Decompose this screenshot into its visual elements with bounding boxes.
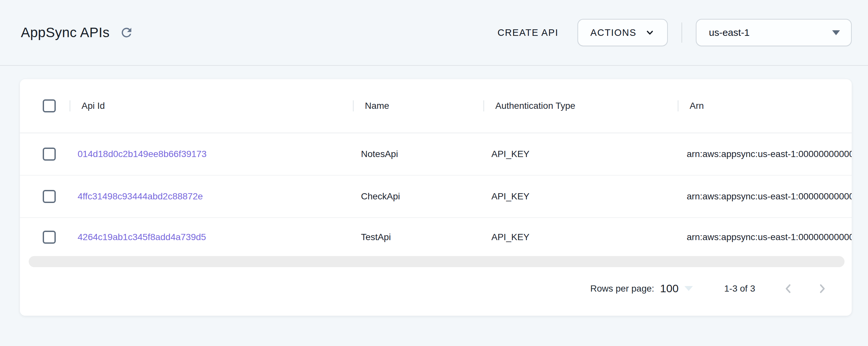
- api-id-cell: 4264c19ab1c345f8add4a739d5: [69, 232, 353, 242]
- chevron-right-icon: [815, 281, 829, 296]
- name-cell: TestApi: [353, 232, 483, 242]
- api-id-cell: 014d18d0c2b149ee8b66f39173: [69, 149, 353, 159]
- refresh-button[interactable]: [119, 25, 134, 40]
- name-cell: NotesApi: [353, 149, 483, 159]
- actions-button[interactable]: ACTIONS: [578, 19, 668, 46]
- table-header-row: Api Id Name Authentication Type Arn: [20, 79, 852, 133]
- row-checkbox[interactable]: [43, 231, 56, 244]
- column-header-api-id[interactable]: Api Id: [69, 79, 353, 133]
- actions-button-label: ACTIONS: [590, 27, 637, 38]
- rows-per-page-label: Rows per page:: [590, 283, 654, 294]
- row-select-cell: [20, 190, 69, 203]
- create-api-button[interactable]: CREATE API: [498, 27, 559, 38]
- topbar-divider: [681, 23, 682, 43]
- auth-type-cell: API_KEY: [483, 149, 678, 159]
- name-cell: CheckApi: [353, 191, 483, 202]
- column-separator: [69, 100, 70, 111]
- api-id-cell: 4ffc31498c93444abd2c88872e: [69, 191, 353, 202]
- column-header-label: Authentication Type: [495, 101, 575, 111]
- api-id-link[interactable]: 4264c19ab1c345f8add4a739d5: [78, 232, 206, 242]
- arn-cell: arn:aws:appsync:us-east-1:000000000000: [678, 149, 852, 159]
- rows-per-page-select[interactable]: 100: [660, 282, 693, 295]
- next-page-button[interactable]: [814, 281, 830, 297]
- top-bar: AppSync APIs CREATE API ACTIONS us-east-…: [0, 0, 868, 66]
- refresh-icon: [119, 26, 134, 40]
- column-header-authentication-type[interactable]: Authentication Type: [483, 79, 678, 133]
- row-select-cell: [20, 231, 69, 244]
- select-all-cell: [20, 99, 69, 112]
- caret-down-icon: [832, 30, 840, 35]
- arn-cell: arn:aws:appsync:us-east-1:000000000000: [678, 191, 852, 202]
- column-header-label: Arn: [690, 101, 704, 111]
- caret-down-icon: [684, 286, 693, 291]
- page-title: AppSync APIs: [21, 25, 110, 40]
- apis-table-card: Api Id Name Authentication Type Arn 014d…: [20, 79, 852, 316]
- select-all-checkbox[interactable]: [43, 99, 56, 112]
- table-row: 4ffc31498c93444abd2c88872e CheckApi API_…: [20, 176, 852, 218]
- column-header-name[interactable]: Name: [353, 79, 483, 133]
- page-range-label: 1-3 of 3: [724, 283, 755, 294]
- row-select-cell: [20, 147, 69, 161]
- column-separator: [353, 100, 354, 111]
- pagination-footer: Rows per page: 100 1-3 of 3: [20, 267, 852, 316]
- arn-cell: arn:aws:appsync:us-east-1:000000000000: [678, 232, 852, 242]
- region-select-value: us-east-1: [709, 27, 750, 38]
- column-header-label: Name: [365, 101, 389, 111]
- api-id-link[interactable]: 4ffc31498c93444abd2c88872e: [78, 191, 203, 201]
- row-checkbox[interactable]: [43, 147, 56, 161]
- api-id-link[interactable]: 014d18d0c2b149ee8b66f39173: [78, 149, 207, 159]
- column-separator: [483, 100, 484, 111]
- previous-page-button[interactable]: [781, 281, 796, 297]
- column-header-arn[interactable]: Arn: [678, 79, 852, 133]
- rows-per-page-value: 100: [660, 282, 679, 295]
- auth-type-cell: API_KEY: [483, 191, 678, 202]
- column-header-label: Api Id: [82, 101, 105, 111]
- chevron-down-icon: [645, 28, 655, 37]
- table-row: 4264c19ab1c345f8add4a739d5 TestApi API_K…: [20, 218, 852, 256]
- horizontal-scrollbar[interactable]: [29, 256, 844, 267]
- region-select[interactable]: us-east-1: [696, 19, 852, 46]
- row-checkbox[interactable]: [43, 190, 56, 203]
- chevron-left-icon: [781, 281, 796, 296]
- table-row: 014d18d0c2b149ee8b66f39173 NotesApi API_…: [20, 133, 852, 176]
- auth-type-cell: API_KEY: [483, 232, 678, 242]
- column-separator: [678, 100, 679, 111]
